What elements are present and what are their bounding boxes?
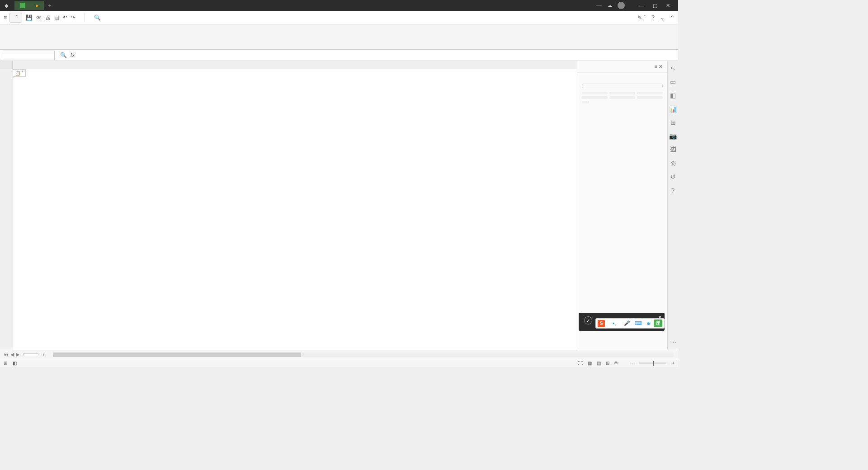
target-icon[interactable]: ◎	[670, 160, 676, 167]
grid-icon[interactable]: ⊞	[670, 119, 676, 126]
ribbon-collapse-icon[interactable]: ⌄	[660, 14, 665, 21]
zoom-in[interactable]: +	[672, 361, 675, 366]
image-icon[interactable]: 🖼	[670, 146, 676, 153]
sheet-tab-active[interactable]	[23, 353, 38, 356]
file-button[interactable]: ˅	[9, 13, 22, 23]
hamburger-icon[interactable]: ≡	[4, 14, 7, 21]
view-break[interactable]: ⊞	[604, 361, 611, 366]
view-fullscreen[interactable]: ⛶	[576, 361, 585, 366]
user-avatar[interactable]	[618, 2, 625, 9]
view-normal[interactable]: ▦	[586, 361, 594, 366]
camera-icon[interactable]: 📷	[669, 132, 677, 140]
cells-grid[interactable]: 📋 ˅	[13, 69, 577, 350]
tag-marketing[interactable]	[582, 96, 608, 99]
tag-finance[interactable]	[609, 92, 635, 94]
comment-button[interactable]: ✎ ˅	[637, 14, 646, 21]
status-icon[interactable]: ⊞	[4, 361, 7, 366]
clipboard-icon: 📋	[15, 70, 20, 75]
column-headers[interactable]	[0, 61, 577, 69]
panel-subtitle	[577, 77, 667, 81]
name-box[interactable]	[3, 51, 55, 60]
tag-hr[interactable]	[637, 92, 663, 94]
zoom-slider[interactable]	[639, 362, 666, 364]
cloud-icon[interactable]: ☁	[607, 3, 612, 9]
row-headers[interactable]	[0, 69, 13, 350]
add-tab-button[interactable]: +	[44, 3, 56, 8]
cursor-icon[interactable]: ↖	[670, 65, 676, 72]
select-all-corner[interactable]	[0, 61, 13, 69]
tag-supply[interactable]	[637, 96, 663, 99]
spreadsheet-icon	[20, 3, 25, 8]
maximize-button[interactable]: ▢	[649, 3, 661, 8]
ime-keyboard-icon[interactable]: ⌨	[633, 320, 643, 326]
history-icon[interactable]: ↺	[670, 173, 676, 180]
chart-icon[interactable]: 📊	[669, 105, 677, 113]
view-page[interactable]: ▤	[595, 361, 603, 366]
print-preview-icon[interactable]: 👁	[36, 14, 42, 21]
status-bar: ⊞ ◧ ⛶ ▦ ▤ ⊞ 👁 − +	[0, 359, 678, 367]
help-icon[interactable]: ?	[651, 14, 655, 21]
search-icon: 🔍	[94, 14, 101, 21]
pill-tab-education[interactable]	[636, 84, 662, 88]
more-icon[interactable]: ⋯	[670, 339, 676, 346]
close-button[interactable]: ✕	[662, 3, 674, 8]
menubar: ≡ ˅ 💾 👁 🖨 ▤ ↶ ↷ 🔍 ✎ ˅ ? ⌄ ⌃	[0, 11, 678, 24]
zoom-lens-icon[interactable]: 🔍	[60, 52, 67, 58]
add-sheet-button[interactable]: +	[38, 352, 48, 357]
shield-icon: ✓	[584, 316, 592, 324]
pill-tab-business[interactable]	[609, 84, 636, 88]
paste-options-button[interactable]: 📋 ˅	[13, 69, 26, 77]
side-toolbar: ↖ ▭ ◧ 📊 ⊞ 📷 🖼 ◎ ↺ ? ⋯	[667, 61, 678, 350]
search-template-tab[interactable]	[582, 84, 609, 88]
tag-work-plan[interactable]	[582, 92, 608, 94]
ime-toolbar[interactable]: S •、 🎤 ⌨ ⊞ 速	[595, 318, 665, 329]
select-icon[interactable]: ▭	[670, 78, 676, 85]
template-panel: ≡ ✕	[577, 61, 667, 350]
command-search[interactable]: 🔍	[94, 14, 103, 21]
save-icon[interactable]: 💾	[26, 14, 33, 21]
status-icon2[interactable]: ◧	[13, 361, 17, 366]
chevron-down-icon: ˅	[21, 70, 24, 75]
app-logo: ◆	[0, 3, 14, 9]
ime-mic-icon[interactable]: 🎤	[623, 320, 632, 326]
panel-close-icon[interactable]: ✕	[659, 64, 663, 69]
zoom-out[interactable]: −	[631, 361, 634, 366]
sheet-nav-next[interactable]: ▶	[16, 352, 19, 357]
export-icon[interactable]: ▤	[54, 14, 59, 21]
wps-icon: ◆	[5, 3, 8, 9]
style-icon[interactable]: ◧	[670, 92, 676, 99]
panel-title	[577, 73, 667, 77]
tab-modified-icon: ●	[35, 3, 38, 8]
sogou-icon[interactable]: S	[598, 320, 605, 327]
sheet-tabs-bar: ⏮ ◀ ▶ +	[0, 350, 678, 359]
scrollbar-thumb[interactable]	[53, 352, 301, 357]
ime-grid-icon[interactable]: ⊞	[645, 320, 652, 326]
tag-teaching[interactable]	[609, 96, 635, 99]
print-icon[interactable]: 🖨	[45, 14, 51, 21]
panel-menu-icon[interactable]: ≡	[655, 64, 657, 69]
undo-icon[interactable]: ↶	[63, 14, 67, 21]
workbook-tab[interactable]: ●	[14, 1, 44, 10]
notification-badge[interactable]	[596, 5, 602, 6]
minimize-button[interactable]: —	[636, 3, 648, 8]
view-reading[interactable]: 👁	[612, 361, 620, 366]
redo-icon[interactable]: ↷	[71, 14, 75, 21]
formula-bar: 🔍 fx	[0, 50, 678, 61]
titlebar: ◆ ● + ☁ — ▢ ✕	[0, 0, 678, 11]
ribbon-expand-icon[interactable]: ⌃	[670, 14, 675, 21]
sheet-nav-first[interactable]: ⏮	[4, 352, 9, 357]
tag-visualization[interactable]	[582, 101, 589, 103]
help-icon[interactable]: ?	[671, 187, 675, 194]
ime-more-icon[interactable]: 速	[654, 320, 662, 327]
formula-input[interactable]	[80, 54, 678, 56]
fx-icon[interactable]: fx	[71, 52, 75, 58]
chevron-down-icon: ˅	[15, 14, 18, 21]
spreadsheet[interactable]: 📋 ˅	[0, 61, 577, 350]
template-pill-tabs	[582, 84, 663, 88]
ime-punct-icon[interactable]: •、	[611, 320, 621, 327]
horizontal-scrollbar[interactable]	[53, 352, 674, 357]
sheet-nav-prev[interactable]: ◀	[10, 352, 14, 357]
ribbon	[0, 24, 678, 50]
